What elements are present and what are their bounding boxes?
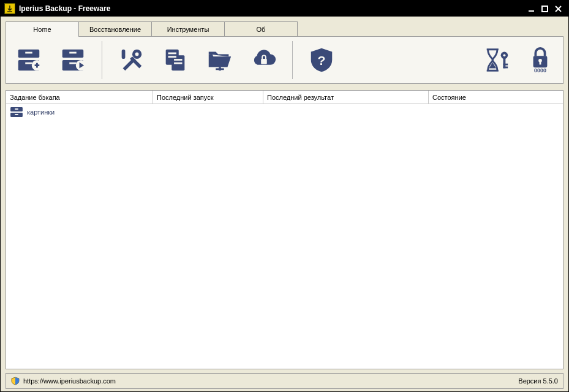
col-header-state[interactable]: Состояние: [429, 91, 563, 104]
tab-tools[interactable]: Инструменты: [151, 21, 225, 36]
svg-rect-24: [219, 67, 221, 71]
maximize-button[interactable]: [538, 3, 551, 14]
list-header: Задание бэкапа Последний запуск Последни…: [6, 91, 563, 104]
svg-point-15: [135, 53, 139, 56]
tab-restore[interactable]: Восстановление: [78, 21, 152, 36]
scheduler-button[interactable]: [480, 42, 513, 78]
run-job-button[interactable]: [56, 42, 89, 78]
title-bar: Iperius Backup - Freeware: [1, 1, 568, 17]
toolbar-separator: [292, 41, 293, 79]
svg-rect-1: [542, 6, 548, 12]
col-header-last-result[interactable]: Последний результат: [263, 91, 429, 104]
hourglass-key-icon: [482, 46, 510, 74]
new-job-button[interactable]: [12, 42, 45, 78]
settings-button[interactable]: [115, 42, 148, 78]
svg-rect-38: [15, 114, 18, 115]
open-folder-button[interactable]: [203, 42, 236, 78]
help-button[interactable]: ?: [305, 42, 338, 78]
svg-text:?: ?: [318, 53, 326, 67]
window-title: Iperius Backup - Freeware: [19, 4, 110, 13]
website-link[interactable]: https://www.iperiusbackup.com: [23, 377, 116, 385]
lock-icon: [526, 47, 554, 70]
app-icon: [4, 3, 15, 14]
svg-rect-12: [69, 62, 77, 64]
job-name: картинки: [27, 108, 55, 116]
svg-rect-30: [503, 64, 508, 66]
toolbar-separator: [102, 41, 102, 79]
svg-rect-7: [25, 62, 32, 64]
tab-strip: Home Восстановление Инструменты Об: [6, 21, 563, 36]
svg-rect-6: [25, 52, 32, 54]
svg-rect-22: [174, 62, 182, 64]
lock-code-label: 0000: [534, 67, 546, 74]
tab-label: Об: [257, 26, 266, 33]
svg-rect-37: [15, 108, 18, 110]
tab-home[interactable]: Home: [6, 21, 79, 36]
archive-plus-icon: [15, 46, 43, 74]
tab-about[interactable]: Об: [224, 21, 298, 36]
cloud-lock-icon: [249, 46, 277, 74]
open-folder-icon: [205, 46, 233, 74]
svg-rect-20: [168, 56, 176, 58]
svg-rect-34: [540, 61, 541, 65]
app-window: Iperius Backup - Freeware Home Восстанов…: [0, 0, 569, 392]
tools-icon: [117, 46, 145, 74]
svg-rect-25: [261, 59, 267, 64]
archive-icon: [10, 107, 23, 118]
svg-rect-16: [122, 50, 126, 59]
archive-play-icon: [59, 46, 87, 74]
toolbar: ? 0000: [6, 36, 563, 84]
svg-rect-19: [168, 53, 176, 55]
tab-label: Home: [33, 26, 51, 33]
list-body: картинки: [6, 104, 563, 369]
help-shield-icon: ?: [307, 46, 336, 74]
col-header-last-run[interactable]: Последний запуск: [153, 91, 263, 104]
job-list-panel: Задание бэкапа Последний запуск Последни…: [6, 90, 563, 369]
tab-label: Восстановление: [89, 26, 141, 33]
shield-icon: [11, 377, 20, 385]
col-header-job[interactable]: Задание бэкапа: [6, 91, 153, 104]
svg-rect-11: [69, 52, 77, 54]
svg-point-28: [503, 54, 506, 56]
version-label: Версия 5.5.0: [518, 377, 558, 385]
lock-button[interactable]: 0000: [524, 42, 557, 78]
copy-icon: [161, 46, 189, 74]
close-button[interactable]: [551, 3, 565, 14]
copy-button[interactable]: [159, 42, 192, 78]
job-row[interactable]: картинки: [6, 104, 563, 120]
cloud-button[interactable]: [247, 42, 280, 78]
minimize-button[interactable]: [524, 3, 538, 14]
svg-rect-21: [174, 59, 182, 61]
status-bar: https://www.iperiusbackup.com Версия 5.5…: [6, 373, 563, 389]
svg-rect-31: [503, 67, 508, 69]
tab-label: Инструменты: [167, 26, 209, 33]
